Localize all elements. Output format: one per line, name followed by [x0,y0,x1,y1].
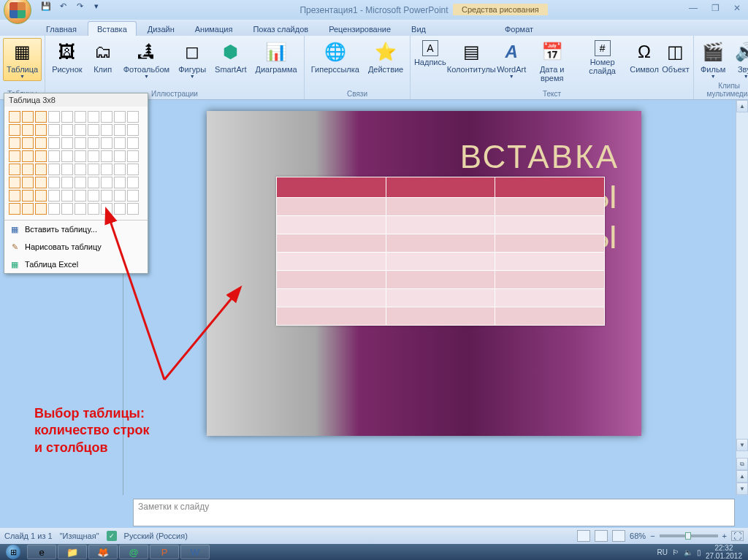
language-indicator[interactable]: Русский (Россия) [124,532,188,540]
table-grid-cell[interactable] [35,150,47,162]
zoom-out-button[interactable]: − [650,532,654,540]
table-grid-cell[interactable] [61,164,73,175]
table-grid-cell[interactable] [75,150,86,162]
object-button[interactable]: ◫Объект [661,38,690,76]
table-grid-cell[interactable] [35,203,47,215]
table-grid-cell[interactable] [48,203,60,215]
table-grid-cell[interactable] [22,137,34,149]
table-grid-cell[interactable] [48,150,60,162]
table-grid-cell[interactable] [61,177,73,188]
tab-view[interactable]: Вид [402,21,435,36]
table-grid-cell[interactable] [9,150,20,162]
table-grid-cell[interactable] [114,190,126,202]
table-grid-cell[interactable] [127,164,139,175]
table-grid-cell[interactable] [9,203,20,215]
table-grid-cell[interactable] [48,111,60,123]
table-grid-cell[interactable] [61,150,73,162]
table-grid-cell[interactable] [22,164,34,175]
symbol-button[interactable]: ΩСимвол [629,38,660,76]
table-grid-cell[interactable] [75,137,86,149]
table-grid-cell[interactable] [35,111,47,123]
table-grid-cell[interactable] [48,164,60,175]
table-grid-cell[interactable] [127,177,139,188]
slide-canvas[interactable]: ВСТАВКА Ы Ы [207,111,641,436]
draw-table-menuitem[interactable]: ✎ Нарисовать таблицу [4,238,148,256]
table-grid-cell[interactable] [48,124,60,136]
task-powerpoint[interactable]: P [150,545,179,559]
photoalbum-button[interactable]: 🏞Фотоальбом▼ [120,38,174,81]
header-footer-button[interactable]: ▤Колонтитулы [448,38,495,76]
movie-button[interactable]: 🎬Фильм▼ [697,38,729,81]
tab-review[interactable]: Рецензирование [319,21,400,36]
table-grid-cell[interactable] [75,190,86,202]
table-grid-cell[interactable] [127,190,139,202]
slideshow-view-button[interactable] [612,530,625,542]
action-button[interactable]: ⭐Действие [365,38,407,76]
table-grid-cell[interactable] [88,190,99,202]
excel-table-menuitem[interactable]: ▦ Таблица Excel [4,256,148,273]
tab-design[interactable]: Дизайн [138,21,184,36]
table-grid-cell[interactable] [61,111,73,123]
table-grid-cell[interactable] [101,150,112,162]
picture-button[interactable]: 🖼Рисунок [48,38,86,76]
table-grid-cell[interactable] [22,124,34,136]
table-grid-cell[interactable] [35,124,47,136]
task-ie[interactable]: e [27,545,56,559]
table-grid-cell[interactable] [9,111,20,123]
vertical-scrollbar[interactable]: ▲ ▼ ⧉ ▲ ▼ [736,100,748,495]
table-grid-cell[interactable] [88,111,99,123]
table-grid-cell[interactable] [88,177,99,188]
table-grid-cell[interactable] [22,150,34,162]
table-grid-cell[interactable] [101,137,112,149]
table-grid-cell[interactable] [61,190,73,202]
table-grid-cell[interactable] [114,164,126,175]
table-grid-cell[interactable] [88,124,99,136]
table-size-grid[interactable] [4,107,148,220]
table-grid-cell[interactable] [88,203,99,215]
table-grid-cell[interactable] [61,137,73,149]
zoom-slider[interactable] [660,534,718,537]
table-grid-cell[interactable] [22,203,34,215]
sorter-view-button[interactable] [595,530,608,542]
table-grid-cell[interactable] [101,111,112,123]
table-grid-cell[interactable] [88,164,99,175]
table-grid-cell[interactable] [114,124,126,136]
table-grid-cell[interactable] [35,190,47,202]
table-grid-cell[interactable] [9,190,20,202]
tab-animation[interactable]: Анимация [186,21,243,36]
table-grid-cell[interactable] [114,137,126,149]
zoom-level[interactable]: 68% [630,532,646,540]
table-grid-cell[interactable] [61,203,73,215]
table-grid-cell[interactable] [127,124,139,136]
table-grid-cell[interactable] [48,190,60,202]
undo-icon[interactable]: ↶ [56,0,70,14]
close-button[interactable]: ✕ [730,1,744,15]
redo-icon[interactable]: ↷ [72,0,87,14]
task-explorer[interactable]: 📁 [58,545,87,559]
slidenum-button[interactable]: #Номер слайда [577,38,627,77]
sound-button[interactable]: 🔊Звук▼ [730,38,748,81]
smartart-button[interactable]: ⬢SmartArt [211,38,250,76]
table-grid-cell[interactable] [114,203,126,215]
table-grid-cell[interactable] [22,177,34,188]
datetime-button[interactable]: 📅Дата и время [528,38,576,85]
save-icon[interactable]: 💾 [39,0,53,14]
table-button[interactable]: ▦ Таблица ▼ [3,38,42,81]
tab-format[interactable]: Формат [495,21,543,36]
tray-network-icon[interactable]: 🔈 [684,548,692,556]
table-grid-cell[interactable] [35,164,47,175]
table-grid-cell[interactable] [75,124,86,136]
textbox-button[interactable]: AНадпись [413,38,446,69]
task-mail[interactable]: @ [119,545,148,559]
table-grid-cell[interactable] [9,124,20,136]
tray-flag-icon[interactable]: 🏳 [672,548,679,556]
table-grid-cell[interactable] [101,177,112,188]
table-grid-cell[interactable] [88,137,99,149]
zoom-in-button[interactable]: + [722,532,727,540]
qat-customize-icon[interactable]: ▾ [89,0,104,14]
insert-table-menuitem[interactable]: ▦ Вставить таблицу... [4,220,148,238]
normal-view-button[interactable] [577,530,590,542]
spellcheck-icon[interactable]: ✓ [107,531,117,541]
table-grid-cell[interactable] [9,177,20,188]
restore-button[interactable]: ❐ [708,1,722,15]
